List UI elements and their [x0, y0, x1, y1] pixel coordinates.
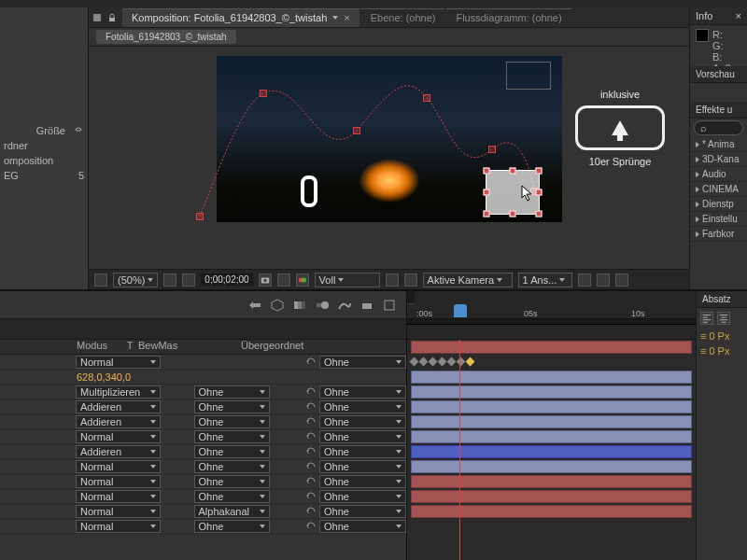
- track-row[interactable]: [407, 399, 696, 414]
- layer-bar[interactable]: [411, 341, 692, 354]
- layer-bar[interactable]: [411, 400, 692, 413]
- dropdown[interactable]: Ohne: [319, 445, 406, 458]
- keyframe-icon[interactable]: [447, 357, 457, 367]
- graph-editor-icon[interactable]: [337, 298, 352, 313]
- frame-blend-icon[interactable]: [292, 298, 307, 313]
- dropdown[interactable]: Ohne: [319, 415, 406, 428]
- track-row[interactable]: [407, 444, 696, 459]
- dropdown[interactable]: Normal: [76, 520, 161, 533]
- effects-category[interactable]: Dienstp: [690, 197, 747, 212]
- pickwhip-icon[interactable]: [304, 460, 317, 473]
- layer-bar[interactable]: [411, 475, 692, 488]
- keyframe-icon[interactable]: [457, 357, 466, 367]
- dropdown[interactable]: Ohne: [319, 490, 406, 503]
- indent-first[interactable]: ≡0 Px: [697, 343, 747, 358]
- current-time-input[interactable]: [407, 291, 415, 304]
- resolution-dropdown[interactable]: Voll: [315, 273, 380, 287]
- layer-bar[interactable]: [411, 460, 692, 473]
- timeline-icon[interactable]: [615, 273, 628, 287]
- close-icon[interactable]: ×: [344, 12, 349, 23]
- tab-composition[interactable]: Komposition: Fotolia_61942803_©_twistah×: [122, 8, 359, 27]
- layer-row[interactable]: AddierenOhneOhne: [0, 414, 406, 429]
- dropdown[interactable]: Ohne: [319, 400, 406, 413]
- track-row[interactable]: [407, 459, 696, 474]
- pickwhip-icon[interactable]: [304, 505, 317, 518]
- dropdown[interactable]: Ohne: [194, 445, 270, 458]
- views-dropdown[interactable]: 1 Ans...: [518, 273, 572, 287]
- dropdown[interactable]: Ohne: [194, 490, 270, 503]
- brainstorm-icon[interactable]: [359, 298, 374, 313]
- video-frame[interactable]: [217, 56, 562, 222]
- tab-layer[interactable]: Ebene: (ohne): [361, 8, 445, 27]
- lock-icon[interactable]: [107, 13, 117, 22]
- show-snapshot-icon[interactable]: [277, 273, 290, 287]
- layer-row[interactable]: AddierenOhneOhne: [0, 444, 406, 459]
- dropdown[interactable]: Ohne: [319, 520, 406, 533]
- keyframe-icon[interactable]: [419, 357, 429, 367]
- layer-row[interactable]: NormalOhneOhne: [0, 474, 406, 489]
- track-row[interactable]: [407, 429, 696, 444]
- selected-layer-box[interactable]: [486, 170, 540, 215]
- mask-icon[interactable]: [182, 273, 195, 287]
- pickwhip-icon[interactable]: [304, 490, 317, 503]
- indent-left[interactable]: ≡0 Px: [697, 329, 747, 343]
- dropdown[interactable]: Normal: [76, 475, 161, 488]
- preview-panel-header[interactable]: Vorschau: [690, 66, 747, 83]
- col-t[interactable]: T: [121, 340, 138, 354]
- folder-row[interactable]: rdner: [4, 138, 84, 153]
- track-row[interactable]: [407, 414, 696, 429]
- layer-row[interactable]: NormalOhneOhne: [0, 489, 406, 504]
- keyframe-icon[interactable]: [438, 357, 447, 367]
- timecode-display[interactable]: 0;00;02;00: [201, 273, 252, 286]
- dropdown[interactable]: Ohne: [194, 400, 270, 413]
- track-row[interactable]: [407, 504, 696, 519]
- layer-bar[interactable]: [411, 490, 692, 503]
- dropdown[interactable]: Normal: [76, 490, 161, 503]
- comp-row[interactable]: omposition: [4, 153, 84, 168]
- timeline-search[interactable]: [0, 319, 406, 340]
- effects-category[interactable]: 3D-Kana: [690, 152, 747, 167]
- dropdown[interactable]: Ohne: [194, 430, 270, 443]
- dropdown[interactable]: Ohne: [319, 460, 406, 473]
- shy-icon[interactable]: [247, 298, 262, 313]
- time-ruler[interactable]: :00s 05s 10s: [407, 291, 696, 319]
- layer-bar[interactable]: [411, 430, 692, 443]
- effects-category[interactable]: Einstellu: [690, 212, 747, 227]
- align-left-icon[interactable]: [700, 312, 713, 325]
- track-row[interactable]: [407, 385, 696, 399]
- timeline-tracks-area[interactable]: :00s 05s 10s: [407, 291, 696, 560]
- pixel-aspect-icon[interactable]: [578, 273, 591, 287]
- col-trkmat[interactable]: BewMas: [138, 340, 204, 354]
- dropdown[interactable]: Normal: [76, 460, 161, 473]
- pickwhip-icon[interactable]: [304, 430, 317, 443]
- dropdown[interactable]: Ohne: [194, 475, 270, 488]
- track-row[interactable]: [407, 474, 696, 489]
- info-panel-header[interactable]: Info×: [690, 7, 747, 25]
- region-icon[interactable]: [94, 273, 107, 287]
- keyframe-handle[interactable]: [260, 90, 267, 97]
- paragraph-header[interactable]: Absatz: [697, 291, 747, 308]
- dropdown[interactable]: Normal: [76, 505, 161, 518]
- pickwhip-icon[interactable]: [304, 415, 317, 428]
- track-row[interactable]: [407, 355, 696, 370]
- effects-category[interactable]: Audio: [690, 167, 747, 182]
- motion-blur-icon[interactable]: [315, 298, 330, 313]
- dropdown[interactable]: Ohne: [194, 415, 270, 428]
- 3d-draft-icon[interactable]: [270, 298, 285, 313]
- camera-dropdown[interactable]: Aktive Kamera: [423, 273, 513, 287]
- transparency-icon[interactable]: [386, 273, 399, 287]
- keyframe-icon[interactable]: [429, 357, 438, 367]
- snapshot-icon[interactable]: [259, 273, 272, 287]
- layer-row[interactable]: MultiplizierenOhneOhne: [0, 385, 406, 399]
- layer-bar[interactable]: [411, 371, 692, 384]
- dropdown[interactable]: Ohne: [319, 385, 406, 399]
- dropdown[interactable]: Alphakanal: [194, 505, 270, 518]
- col-parent[interactable]: Übergeordnet: [204, 340, 406, 354]
- col-mode[interactable]: Modus: [0, 340, 121, 354]
- pickwhip-icon[interactable]: [304, 445, 317, 458]
- adjustment-icon[interactable]: [382, 298, 397, 313]
- channel-icon[interactable]: [296, 273, 309, 287]
- align-center-icon[interactable]: [717, 312, 730, 325]
- layer-bar[interactable]: [411, 385, 692, 399]
- track-row[interactable]: [407, 340, 696, 355]
